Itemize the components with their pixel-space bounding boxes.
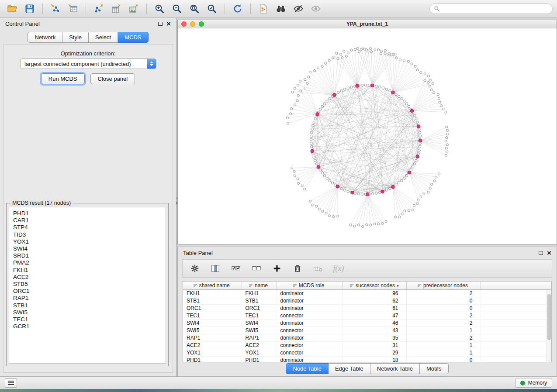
search-box[interactable] [429, 3, 553, 14]
table-cell: 46 [342, 319, 406, 327]
tab-network[interactable]: Network [28, 32, 62, 43]
table-cell: 0 [406, 304, 481, 312]
search-network-button[interactable] [273, 2, 289, 16]
select-stepper-icon [147, 59, 156, 69]
table-row[interactable]: FKH1FKH1dominator962 [183, 289, 551, 297]
save-button[interactable] [22, 2, 38, 16]
window-minimize-icon[interactable] [190, 21, 195, 27]
zoom-fit-button[interactable] [187, 2, 202, 16]
tab-select[interactable]: Select [89, 32, 118, 43]
select-all-button[interactable] [229, 262, 242, 275]
share-document-button[interactable] [256, 2, 271, 16]
delete-row-button[interactable] [291, 262, 304, 275]
mcds-result-item[interactable]: TID3 [13, 231, 162, 238]
delete-table-icon [313, 264, 323, 273]
run-mcds-button[interactable]: Run MCDS [41, 73, 85, 84]
window-maximize-icon[interactable] [199, 21, 204, 27]
tab-node-table[interactable]: Node Table [286, 363, 329, 374]
add-row-button[interactable] [270, 262, 284, 275]
export-image-button[interactable] [126, 2, 142, 16]
mcds-result-item[interactable]: PHD1 [13, 210, 162, 217]
show-column-button[interactable] [209, 262, 222, 275]
function-builder-button[interactable]: f(x) [332, 262, 345, 275]
export-table-button[interactable] [108, 2, 124, 16]
export-network-button[interactable] [91, 2, 107, 16]
show-details-button[interactable] [308, 2, 324, 16]
table-cell-filler [481, 312, 551, 319]
table-row[interactable]: YOX1YOX1connector291 [183, 349, 551, 356]
table-row[interactable]: SWI5SWI5connector431 [183, 327, 551, 334]
mcds-result-item[interactable]: PMA2 [13, 259, 162, 266]
window-close-icon[interactable] [181, 21, 187, 27]
mcds-result-item[interactable]: ACE2 [13, 274, 162, 281]
import-network-button[interactable] [48, 2, 63, 16]
table-cell: 2 [406, 334, 481, 341]
network-window-titlebar[interactable]: YPA_prune.txt_1 [178, 20, 557, 28]
column-header-successor-nodes[interactable]: successor nodes▾ [342, 282, 406, 289]
table-cell: RAP1 [242, 334, 277, 341]
import-table-button[interactable] [65, 2, 81, 16]
mcds-result-item[interactable]: CAR1 [13, 217, 162, 224]
float-panel-icon[interactable] [158, 22, 163, 26]
mcds-result-item[interactable]: STB5 [13, 281, 162, 288]
tab-motifs[interactable]: Motifs [420, 363, 449, 374]
search-input[interactable] [443, 6, 548, 12]
chevron-down-icon: ▾ [397, 283, 399, 288]
tab-network-table[interactable]: Network Table [370, 363, 420, 374]
network-canvas[interactable] [178, 28, 557, 244]
mcds-result-item[interactable]: FKH1 [13, 267, 162, 274]
zoom-in-button[interactable] [152, 2, 167, 16]
table-scrollbar[interactable] [547, 290, 551, 362]
column-header-predecessor-nodes[interactable]: predecessor nodes [406, 282, 481, 289]
mcds-result-item[interactable]: TEC1 [13, 316, 162, 323]
column-header-name[interactable]: name [242, 282, 277, 289]
table-row[interactable]: STB1STB1dominator620 [183, 297, 551, 304]
refresh-button[interactable] [230, 2, 246, 16]
export-network-icon [93, 3, 104, 14]
mcds-result-list[interactable]: PHD1CAR1STP4TID3YOX1SWI4SRD1PMA2FKH1ACE2… [9, 207, 166, 364]
close-panel-icon[interactable]: × [547, 251, 551, 255]
mcds-result-item[interactable]: STP4 [13, 224, 162, 231]
table-cell-filler [481, 349, 551, 356]
table-row[interactable]: ORC1ORC1dominator610 [183, 304, 551, 312]
search-icon [434, 6, 440, 12]
gear-button[interactable] [188, 262, 201, 275]
table-row[interactable]: RAP1RAP1dominator352 [183, 334, 551, 341]
mcds-result-item[interactable]: SWI4 [13, 245, 162, 252]
zoom-out-button[interactable] [169, 2, 185, 16]
mcds-result-item[interactable]: RAP1 [13, 295, 162, 302]
deselect-all-button[interactable] [250, 262, 263, 275]
mcds-result-item[interactable]: SRD1 [13, 252, 162, 259]
status-menu-button[interactable] [5, 378, 17, 388]
table-row[interactable]: SWI4SWI4dominator462 [183, 319, 551, 327]
column-header-MCDS-role[interactable]: MCDS role [277, 282, 342, 289]
memory-button[interactable]: Memory [515, 378, 552, 388]
mcds-result-item[interactable]: ORC1 [13, 288, 162, 295]
tab-mcds[interactable]: MCDS [118, 32, 148, 43]
mcds-result-item[interactable]: GCR1 [13, 323, 162, 330]
table-row[interactable]: PHD1PHD1dominator180 [183, 356, 551, 362]
network-graph[interactable] [178, 28, 557, 244]
close-panel-icon[interactable]: × [166, 22, 171, 26]
mcds-result-item[interactable]: YOX1 [13, 238, 162, 245]
scrollbar-thumb[interactable] [547, 294, 551, 340]
open-folder-button[interactable] [4, 2, 20, 16]
table-row[interactable]: TEC1TEC1connector472 [183, 312, 551, 319]
close-panel-button[interactable]: Close panel [90, 73, 135, 84]
table-row[interactable]: ACE2ACE2connector311 [183, 341, 551, 349]
zoom-selected-button[interactable] [204, 2, 220, 16]
tab-style[interactable]: Style [62, 32, 89, 43]
mcds-result-item[interactable]: STB1 [13, 302, 162, 309]
tab-edge-table[interactable]: Edge Table [329, 363, 370, 374]
control-panel-header: Control Panel × [0, 18, 176, 30]
table-cell-filler [481, 334, 551, 341]
hide-details-button[interactable] [291, 2, 306, 16]
delete-table-button[interactable] [311, 262, 325, 275]
column-icon [211, 264, 220, 273]
mcds-result-item[interactable]: SWI5 [13, 309, 162, 316]
column-header-shared-name[interactable]: shared name [183, 282, 242, 289]
optimization-criterion-select[interactable]: largest connected component (undirected) [20, 58, 156, 69]
table-cell: 0 [406, 297, 481, 304]
trash-icon [293, 264, 302, 273]
float-panel-icon[interactable] [539, 251, 543, 255]
